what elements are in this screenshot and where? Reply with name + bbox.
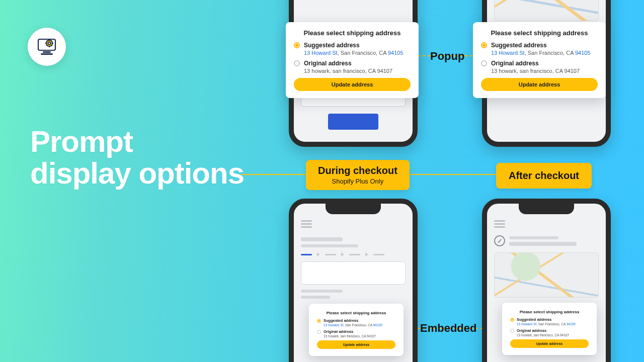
- update-address-button[interactable]: Update address: [510, 339, 589, 348]
- address-card-popup-after: Please select shipping address Suggested…: [473, 22, 606, 98]
- label-popup: Popup: [430, 50, 464, 63]
- pill-title: After checkout: [508, 170, 580, 182]
- connector: [242, 174, 314, 175]
- svg-point-5: [48, 42, 50, 44]
- suggested-address: 13 Howard St, San Francisco, CA 94105: [491, 50, 591, 56]
- suggested-address: 13 Howard St, San Francisco, CA 94105: [517, 322, 576, 326]
- address-card-popup-during: Please select shipping address Suggested…: [286, 22, 419, 98]
- original-label: Original address: [304, 60, 392, 67]
- update-address-button[interactable]: Update address: [317, 340, 395, 349]
- phone-during-embedded: Please select shipping address Suggested…: [289, 199, 418, 362]
- suggested-address: 13 Howard St, San Francisco, CA 94105: [304, 50, 404, 56]
- radio-suggested[interactable]: [510, 318, 514, 322]
- pill-after-checkout: After checkout: [496, 163, 592, 189]
- label-embedded: Embedded: [420, 322, 476, 335]
- hero-line-2: display options: [30, 157, 244, 189]
- address-card-embedded-during: Please select shipping address Suggested…: [309, 304, 404, 356]
- radio-suggested[interactable]: [294, 42, 300, 48]
- original-address: 13 howark, san francisco, CA 94107: [491, 68, 580, 74]
- update-address-button[interactable]: Update address: [294, 78, 411, 91]
- phone-after-embedded: ✓ Please select shipping address Suggest…: [482, 199, 611, 362]
- original-address: 13 howark, san francisco, CA 94107: [517, 333, 569, 337]
- suggested-label: Suggested address: [517, 317, 576, 322]
- hamburger-icon: [494, 220, 505, 228]
- svg-rect-2: [41, 53, 53, 55]
- radio-original[interactable]: [510, 329, 514, 333]
- pill-title: During checkout: [318, 165, 397, 176]
- update-address-button[interactable]: Update address: [481, 78, 598, 91]
- hamburger-icon: [301, 220, 312, 228]
- check-circle-icon: ✓: [494, 235, 505, 246]
- card-title: Please select shipping address: [510, 310, 589, 314]
- original-address: 13 howark, san francisco, CA 94107: [304, 68, 392, 74]
- pill-during-checkout: During checkout Shopify Plus Only: [306, 160, 410, 190]
- connector: [400, 174, 497, 175]
- suggested-address: 13 Howard St, San Francisco, CA 94105: [324, 323, 382, 327]
- card-title: Please select shipping address: [481, 29, 598, 37]
- original-label: Original address: [517, 328, 569, 333]
- original-label: Original address: [324, 329, 376, 334]
- pill-subtitle: Shopify Plus Only: [318, 177, 397, 185]
- address-card-embedded-after: Please select shipping address Suggested…: [502, 303, 597, 355]
- original-address: 13 howark, san francisco, CA 94107: [324, 334, 376, 338]
- radio-original[interactable]: [294, 60, 300, 66]
- hero-line-1: Prompt: [30, 126, 244, 157]
- primary-button-placeholder: [328, 114, 378, 130]
- diagram-stage: Prompt display options During checkout S…: [0, 0, 644, 362]
- card-title: Please select shipping address: [317, 311, 395, 315]
- card-title: Please select shipping address: [294, 29, 411, 37]
- radio-original[interactable]: [481, 60, 487, 66]
- original-label: Original address: [491, 60, 580, 67]
- radio-original[interactable]: [317, 330, 321, 334]
- radio-suggested[interactable]: [317, 319, 321, 323]
- svg-rect-1: [43, 51, 51, 53]
- radio-suggested[interactable]: [481, 42, 487, 48]
- suggested-label: Suggested address: [491, 42, 591, 49]
- settings-monitor-icon: [28, 28, 66, 66]
- suggested-label: Suggested address: [304, 42, 404, 49]
- hero-title: Prompt display options: [30, 126, 244, 189]
- suggested-label: Suggested address: [324, 318, 382, 323]
